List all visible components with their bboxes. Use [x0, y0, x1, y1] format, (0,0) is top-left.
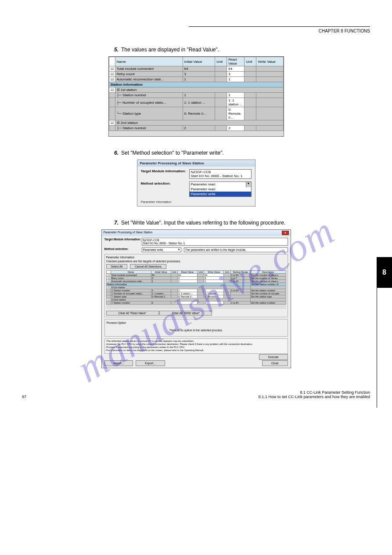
notes-box: -The refreshed device values of remote I…: [104, 338, 288, 354]
select-all-button[interactable]: Select All: [106, 264, 128, 269]
process-option-text: There is no option in the selected proce…: [107, 329, 286, 332]
dialog-title: Parameter Processing of Slave Station: [137, 160, 255, 167]
step-7: 7.Set "Write Value". Input the values re…: [114, 220, 370, 226]
checkbox[interactable]: ☑: [106, 274, 111, 277]
checkbox[interactable]: ☑: [106, 280, 111, 283]
footer-text: 8.1 CC-Link Parameter Setting Function 8…: [259, 390, 370, 399]
write-value-input[interactable]: 1: [204, 280, 224, 283]
checkbox[interactable]: ☑: [109, 66, 115, 72]
parameter-table: NameInitial ValueUnitRead ValueUnitWrite…: [106, 270, 286, 305]
checkbox[interactable]: ☑: [109, 87, 115, 93]
write-value-input[interactable]: 3: [204, 277, 224, 280]
horizontal-scrollbar[interactable]: [109, 131, 284, 136]
clear-write-button[interactable]: Clear All "Write Value": [159, 311, 212, 316]
checkbox[interactable]: ☑: [109, 72, 115, 77]
figure-method-selection: Parameter Processing of Slave Station Ta…: [137, 160, 255, 207]
checkbox[interactable]: ☑: [106, 298, 111, 301]
execute-button[interactable]: Execute: [259, 354, 288, 360]
write-value-input[interactable]: 1: [204, 289, 224, 292]
target-module-info: NZ2GF-CCBStart I/O No.:0000 - Station No…: [142, 238, 288, 246]
checkbox[interactable]: ☑: [109, 120, 115, 126]
write-value-input[interactable]: 0: Remote I/...: [204, 295, 224, 298]
figure-parameter-write-dialog: Parameter Processing of Slave Station✕ T…: [101, 229, 291, 368]
dropdown-option-selected[interactable]: Parameter write: [190, 192, 251, 196]
write-value-input[interactable]: 1: 1 station ...: [204, 292, 224, 295]
write-value-input[interactable]: 64: [204, 274, 224, 277]
write-value-input[interactable]: 2: [204, 301, 224, 305]
method-selection-dropdown[interactable]: Parameter read ▼ Parameter read Paramete…: [189, 181, 252, 197]
dialog-title: Parameter Processing of Slave Station: [104, 231, 153, 235]
export-button[interactable]: Export...: [136, 360, 165, 366]
page-number: 87: [22, 395, 26, 399]
step-6: 6.Set "Method selection" to "Parameter w…: [114, 150, 370, 156]
import-button[interactable]: Import...: [104, 360, 133, 366]
chevron-down-icon[interactable]: ▼: [246, 182, 251, 187]
close-button[interactable]: ✕: [282, 231, 289, 235]
checkbox[interactable]: ☑: [106, 286, 111, 289]
method-selection-combo[interactable]: Parameter write: [142, 247, 181, 252]
figure-read-value-table: NameInitial ValueUnit Read ValueUnitWrit…: [108, 56, 284, 137]
target-module-info: NZ2GF-CCBStart I/O No.:0000 - Station No…: [189, 169, 252, 179]
close-button[interactable]: Close: [262, 360, 288, 366]
step-5: 5.The values are displayed in "Read Valu…: [114, 47, 370, 53]
horizontal-scrollbar[interactable]: [106, 305, 286, 309]
cancel-all-button[interactable]: Cancel All Selections: [130, 264, 166, 269]
checkbox[interactable]: ☑: [106, 277, 111, 280]
clear-read-button[interactable]: Clear All "Read Value": [106, 311, 159, 316]
method-description: The parameters are written to the target…: [184, 247, 288, 252]
checkbox[interactable]: ☑: [109, 77, 115, 82]
chapter-header: CHAPTER 8 FUNCTIONS: [22, 29, 370, 33]
chapter-tab: 8: [377, 257, 392, 288]
